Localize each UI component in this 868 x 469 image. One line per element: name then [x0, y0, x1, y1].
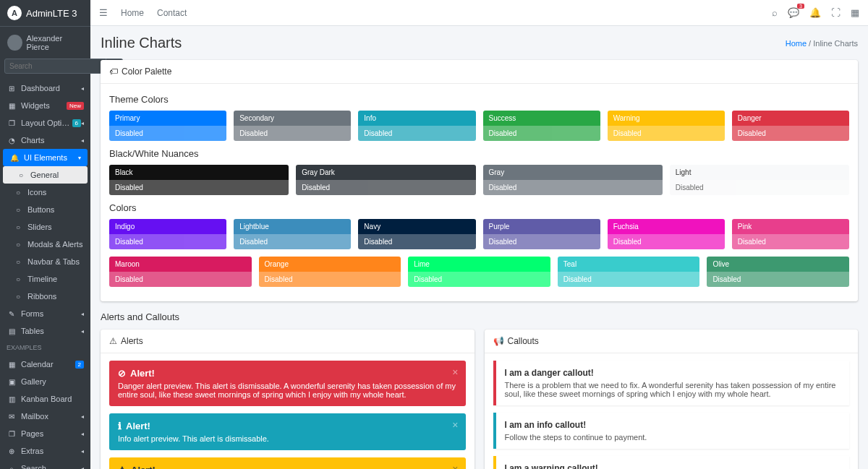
tag-icon: 🏷: [109, 66, 118, 77]
sidebar-item-kanban-board[interactable]: ▥Kanban Board: [0, 390, 90, 408]
swatch-main: Gray Dark: [296, 165, 475, 180]
sidebar-item-forms[interactable]: ✎Forms◂: [0, 305, 90, 322]
nav-label: UI Elements: [24, 153, 78, 162]
grid-icon[interactable]: ▦: [851, 7, 859, 18]
nav-label: Extras: [21, 447, 81, 455]
close-icon[interactable]: ×: [452, 463, 458, 469]
swatch-teal[interactable]: TealDisabled: [558, 257, 700, 287]
sidebar-item-timeline[interactable]: ○Timeline: [0, 270, 90, 288]
nav-icon: ⊕: [7, 447, 17, 455]
sidebar-item-widgets[interactable]: ▦WidgetsNew: [0, 97, 90, 114]
swatch-primary[interactable]: PrimaryDisabled: [109, 111, 226, 141]
chevron-left-icon: ◂: [81, 137, 84, 144]
user-panel[interactable]: Alexander Pierce: [0, 27, 90, 59]
sidebar-item-general[interactable]: ○General: [3, 166, 88, 184]
callout-warning: I am a warning callout!This is a yellow …: [493, 456, 850, 469]
swatch-disabled: Disabled: [483, 234, 600, 249]
nav-icon: ▤: [7, 327, 17, 335]
circle-icon: ○: [13, 258, 23, 266]
swatch-indigo[interactable]: IndigoDisabled: [109, 219, 226, 249]
callout-title: I am an info callout!: [505, 420, 841, 430]
swatch-info[interactable]: InfoDisabled: [358, 111, 475, 141]
sidebar-item-search[interactable]: ⌕Search◂: [0, 460, 90, 469]
sidebar-item-sliders[interactable]: ○Sliders: [0, 218, 90, 236]
nav-label: Forms: [21, 309, 81, 318]
swatch-orange[interactable]: OrangeDisabled: [259, 257, 401, 287]
swatch-main: Gray: [483, 165, 663, 180]
circle-icon: ○: [13, 223, 23, 231]
callout-body: Follow the steps to continue to payment.: [505, 433, 841, 442]
nav-label: Modals & Alerts: [27, 240, 84, 249]
nav-icon: 🔔: [9, 154, 20, 162]
nav-label: Navbar & Tabs: [27, 257, 84, 266]
swatch-light[interactable]: LightDisabled: [670, 165, 849, 195]
swatch-olive[interactable]: OliveDisabled: [707, 257, 849, 287]
swatch-disabled: Disabled: [259, 272, 401, 287]
callout-danger: I am a danger callout!There is a problem…: [493, 361, 850, 405]
sidebar-item-extras[interactable]: ⊕Extras◂: [0, 442, 90, 460]
alerts-card: ⚠Alerts ×⊘Alert!Danger alert preview. Th…: [101, 330, 475, 469]
swatch-secondary[interactable]: SecondaryDisabled: [234, 111, 351, 141]
swatch-disabled: Disabled: [358, 126, 475, 141]
sidebar-item-mailbox[interactable]: ✉Mailbox◂: [0, 408, 90, 425]
sidebar-item-gallery[interactable]: ▣Gallery: [0, 373, 90, 390]
brand[interactable]: A AdminLTE 3: [0, 0, 90, 27]
swatch-main: Pink: [732, 219, 849, 234]
nav-label: Search: [21, 464, 81, 469]
sidebar-item-buttons[interactable]: ○Buttons: [0, 201, 90, 218]
sidebar-item-pages[interactable]: ❐Pages◂: [0, 425, 90, 442]
callout-title: I am a danger callout!: [505, 368, 841, 378]
topnav-home[interactable]: Home: [121, 8, 144, 18]
sidebar-item-charts[interactable]: ◔Charts◂: [0, 132, 90, 149]
close-icon[interactable]: ×: [452, 366, 458, 378]
nav-label: Mailbox: [21, 412, 81, 421]
sidebar-item-dashboard[interactable]: ⊞Dashboard◂: [0, 79, 90, 97]
swatch-purple[interactable]: PurpleDisabled: [483, 219, 600, 249]
swatch-warning[interactable]: WarningDisabled: [608, 111, 725, 141]
swatch-main: Warning: [608, 111, 725, 126]
swatch-pink[interactable]: PinkDisabled: [732, 219, 849, 249]
nav-label: Layout Options: [21, 119, 70, 127]
swatch-danger[interactable]: DangerDisabled: [732, 111, 849, 141]
sidebar-item-layout-options[interactable]: ❐Layout Options6◂: [0, 114, 90, 132]
comments-icon[interactable]: 💬3: [788, 7, 799, 18]
swatch-gray[interactable]: GrayDisabled: [483, 165, 663, 195]
bell-icon[interactable]: 🔔: [809, 7, 821, 18]
swatch-main: Secondary: [234, 111, 351, 126]
examples-header: EXAMPLES: [0, 340, 90, 356]
sidebar-item-calendar[interactable]: ▦Calendar2: [0, 356, 90, 373]
swatch-fuchsia[interactable]: FuchsiaDisabled: [608, 219, 725, 249]
swatch-lightblue[interactable]: LightblueDisabled: [234, 219, 351, 249]
menu-toggle-icon[interactable]: ☰: [99, 7, 108, 18]
swatch-maroon[interactable]: MaroonDisabled: [109, 257, 252, 287]
info-icon: ℹ: [118, 421, 122, 431]
sidebar-item-icons[interactable]: ○Icons: [0, 184, 90, 201]
swatch-disabled: Disabled: [109, 126, 226, 141]
brand-logo-icon: A: [7, 6, 22, 20]
alert-info: ×ℹAlert!Info alert preview. This alert i…: [109, 413, 466, 450]
swatch-disabled: Disabled: [558, 272, 700, 287]
nav-label: Buttons: [27, 205, 84, 214]
circle-icon: ○: [13, 293, 23, 301]
nav-icon: ▥: [7, 395, 17, 403]
fullscreen-icon[interactable]: ⛶: [831, 7, 841, 18]
close-icon[interactable]: ×: [452, 419, 458, 431]
swatch-gray-dark[interactable]: Gray DarkDisabled: [296, 165, 475, 195]
page-title: Inline Charts: [101, 35, 182, 51]
alert-warning: ×⚠Alert!Warning alert preview. This aler…: [109, 457, 466, 469]
swatch-success[interactable]: SuccessDisabled: [483, 111, 600, 141]
topbar-search-icon[interactable]: ⌕: [772, 7, 778, 18]
swatch-navy[interactable]: NavyDisabled: [358, 219, 475, 249]
swatch-black[interactable]: BlackDisabled: [109, 165, 289, 195]
swatch-main: Danger: [732, 111, 849, 126]
swatch-main: Primary: [109, 111, 226, 126]
sidebar-item-ribbons[interactable]: ○Ribbons: [0, 288, 90, 305]
sidebar-item-tables[interactable]: ▤Tables◂: [0, 322, 90, 340]
sidebar-item-ui-elements[interactable]: 🔔UI Elements▾: [3, 149, 88, 166]
swatch-disabled: Disabled: [732, 234, 849, 249]
sidebar-item-modals-alerts[interactable]: ○Modals & Alerts: [0, 236, 90, 253]
swatch-lime[interactable]: LimeDisabled: [408, 257, 550, 287]
topnav-contact[interactable]: Contact: [157, 8, 187, 18]
breadcrumb-home[interactable]: Home: [786, 39, 807, 48]
sidebar-item-navbar-tabs[interactable]: ○Navbar & Tabs: [0, 253, 90, 270]
